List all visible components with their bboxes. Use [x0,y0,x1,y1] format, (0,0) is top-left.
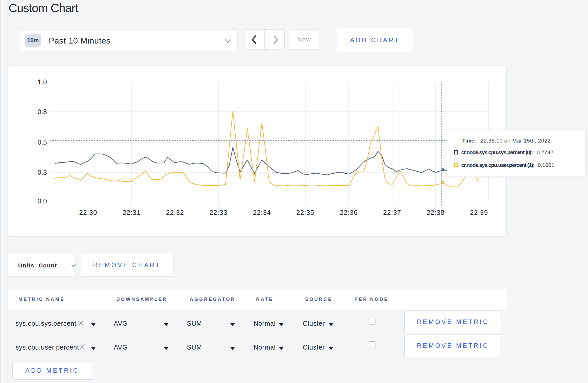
svg-text:1.0: 1.0 [38,78,47,86]
svg-text:22:30: 22:30 [79,209,97,216]
svg-text:22:35: 22:35 [296,209,314,216]
svg-text:0.5: 0.5 [38,138,47,146]
svg-text:22:32: 22:32 [166,209,184,216]
svg-text:22:38: 22:38 [426,209,445,216]
svg-text:22:37: 22:37 [383,209,401,216]
svg-text:22:34: 22:34 [253,209,271,216]
svg-text:22:39: 22:39 [470,209,488,216]
svg-text:0.3: 0.3 [38,168,47,176]
svg-text:0.8: 0.8 [38,108,47,116]
svg-text:0.0: 0.0 [38,197,47,205]
svg-text:22:33: 22:33 [209,209,228,216]
svg-text:22:36: 22:36 [340,209,358,216]
svg-text:22:31: 22:31 [123,209,141,216]
